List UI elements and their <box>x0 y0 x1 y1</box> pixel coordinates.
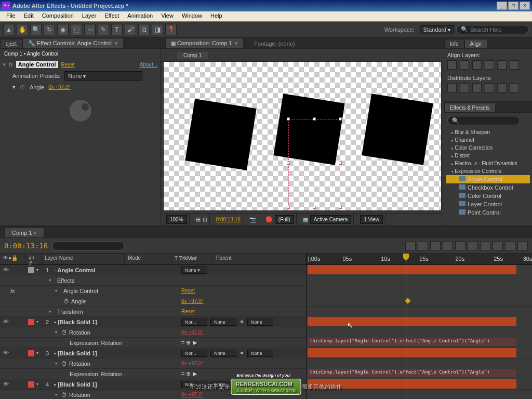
layer-name[interactable]: ▪ [Black Solid 1] <box>52 381 181 388</box>
selection-bounding-box[interactable] <box>288 119 340 207</box>
presets-dropdown[interactable]: None ▾ <box>64 71 142 81</box>
expr-toggle-icon[interactable]: = ⊕ ▶ <box>181 339 197 346</box>
layer-name[interactable]: ▪ [Black Solid 1] <box>52 319 181 325</box>
twirl-icon[interactable]: ▾ <box>55 361 61 366</box>
stopwatch-icon[interactable]: ⏱ <box>20 84 25 90</box>
align-vcenter-icon[interactable] <box>497 60 507 70</box>
twirl-icon[interactable]: ▾ <box>3 62 6 67</box>
angle-value[interactable]: 0x +97,0° <box>181 298 204 304</box>
about-link[interactable]: About... <box>140 62 157 68</box>
ep-category[interactable]: Blur & Sharpen <box>446 128 530 136</box>
expr-toggle-icon[interactable]: = ⊕ ▶ <box>181 370 197 377</box>
zoom-dropdown[interactable]: 100% <box>166 215 187 224</box>
color-swatch[interactable] <box>28 319 34 325</box>
expression-text[interactable]: thisComp.layer("Angle Control").effect("… <box>308 338 516 346</box>
layer-bar[interactable] <box>308 265 516 274</box>
search-help-input[interactable]: 🔍 Search Help <box>456 25 529 34</box>
timeline-search-input[interactable] <box>52 241 125 250</box>
color-swatch[interactable] <box>28 267 34 273</box>
minimize-button[interactable]: _ <box>497 2 507 10</box>
ep-category[interactable]: Color Correction <box>446 144 530 152</box>
align-top-icon[interactable] <box>485 60 494 70</box>
menu-edit[interactable]: Edit <box>20 11 38 21</box>
align-left-icon[interactable] <box>447 60 457 70</box>
align-right-icon[interactable] <box>472 60 482 70</box>
layer-bar[interactable] <box>308 348 516 357</box>
visibility-icon[interactable]: 👁 <box>2 267 9 274</box>
expression-text[interactable]: thisComp.layer("Angle Control").effect("… <box>308 369 516 377</box>
menu-help[interactable]: Help <box>206 11 227 21</box>
stopwatch-icon[interactable]: ⏱ <box>63 298 69 304</box>
selection-tool[interactable]: ▲ <box>3 24 15 35</box>
type-tool[interactable]: T <box>111 24 123 35</box>
tab-composition[interactable]: ▦ Composition: Comp 1 ▾ <box>165 38 244 48</box>
visibility-icon[interactable]: 👁 <box>2 381 9 388</box>
timeline-tracks[interactable]: ):00s 05s 10s 15s 20s 25s 30s thisComp.l… <box>307 254 532 399</box>
ep-layer-control[interactable]: Layer Control <box>446 200 530 208</box>
ep-angle-control[interactable]: Angle Control <box>446 175 530 183</box>
tab-align[interactable]: Align <box>464 39 487 48</box>
rotation-value[interactable]: 0x +97,0° <box>181 329 204 335</box>
layer-name[interactable]: ▫ Angle Control <box>52 267 181 273</box>
tab-project[interactable]: oject <box>0 39 22 48</box>
menu-effect[interactable]: Effect <box>100 11 123 21</box>
black-solid-layer[interactable] <box>185 99 256 170</box>
snapshot-icon[interactable]: 📷 <box>249 216 257 223</box>
tl-tool-icon[interactable] <box>455 241 466 250</box>
effects-search-input[interactable]: 🔍 <box>447 116 520 125</box>
menu-composition[interactable]: Composition <box>38 11 78 21</box>
parent-dropdown[interactable]: None <box>247 350 273 357</box>
ep-color-control[interactable]: Color Control <box>446 192 530 200</box>
parent-dropdown[interactable]: None <box>247 318 273 326</box>
tl-tool-icon[interactable] <box>443 241 453 250</box>
ep-category[interactable]: Distort <box>446 152 530 159</box>
tl-tool-icon[interactable] <box>418 241 428 250</box>
angle-value[interactable]: 0x +97,0° <box>48 84 71 90</box>
views-dropdown[interactable]: 1 View <box>360 215 383 224</box>
layer-row[interactable]: 👁 ▾1 ▫ Angle Control None ▾ <box>0 265 306 275</box>
tl-tool-icon[interactable] <box>505 241 515 250</box>
stopwatch-icon[interactable]: ⏱ <box>61 361 67 367</box>
maximize-button[interactable]: □ <box>508 2 518 10</box>
composition-viewport[interactable] <box>163 61 442 211</box>
trkmat-dropdown[interactable]: None <box>210 350 236 357</box>
layer-row[interactable]: 👁 ▾2 ▪ [Black Solid 1] Nor...None⚭None <box>0 317 306 327</box>
ep-category[interactable]: Channel <box>446 136 530 144</box>
reset-link[interactable]: Reset <box>181 309 195 314</box>
tl-tool-icon[interactable] <box>405 241 416 250</box>
tl-tool-icon[interactable] <box>430 241 441 250</box>
layer-bar[interactable] <box>308 317 516 326</box>
twirl-icon[interactable]: ▾ <box>55 288 61 293</box>
grid-icon[interactable]: ⊡ <box>203 216 207 223</box>
visibility-icon[interactable]: 👁 <box>2 350 9 357</box>
tab-effect-controls[interactable]: 🔧 Effect Controls: Angle Control ▾ <box>22 38 124 48</box>
visibility-icon[interactable]: 👁 <box>2 318 9 326</box>
distribute-icon[interactable] <box>497 83 507 92</box>
tl-tool-icon[interactable] <box>468 241 478 250</box>
align-bottom-icon[interactable] <box>510 60 519 70</box>
twirl-icon[interactable]: ▾ <box>55 392 61 397</box>
tl-tool-icon[interactable] <box>480 241 490 250</box>
channel-icon[interactable]: 🔴 <box>265 216 273 223</box>
stopwatch-icon[interactable]: ⏱ <box>61 392 67 398</box>
twirl-icon[interactable]: ▾ <box>55 330 61 335</box>
ep-category[interactable]: Electro...r - Fluid Dynamics <box>446 159 530 167</box>
layer-row[interactable]: 👁 ▾3 ▪ [Black Solid 1] Nor...None⚭None <box>0 348 306 358</box>
ep-checkbox-control[interactable]: Checkbox Control <box>446 183 530 192</box>
color-swatch[interactable] <box>28 381 34 388</box>
eraser-tool[interactable]: ◨ <box>152 24 163 35</box>
black-solid-layer[interactable] <box>362 94 433 165</box>
distribute-icon[interactable] <box>447 83 457 92</box>
workspace-dropdown[interactable]: Standard ▾ <box>420 25 454 34</box>
timeline-timecode[interactable]: 0:00:13:16 <box>4 242 48 250</box>
resolution-icon[interactable]: ⊞ <box>196 216 201 223</box>
distribute-icon[interactable] <box>472 83 482 92</box>
twirl-icon[interactable]: ▸ <box>49 309 55 314</box>
pen-tool[interactable]: ✎ <box>98 24 109 35</box>
menu-layer[interactable]: Layer <box>78 11 101 21</box>
menu-view[interactable]: View <box>157 11 178 21</box>
fx-toggle[interactable]: fx <box>10 288 15 294</box>
distribute-icon[interactable] <box>510 83 519 92</box>
tab-effects-presets[interactable]: Effects & Presets <box>444 103 496 112</box>
camera-dropdown[interactable]: Active Camera <box>310 215 352 224</box>
